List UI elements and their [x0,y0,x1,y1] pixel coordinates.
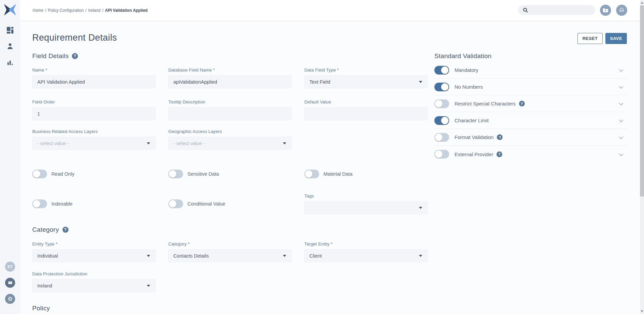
save-button[interactable]: SAVE [605,33,627,44]
folder-plus-icon [602,7,609,13]
material-data-toggle[interactable] [304,170,319,178]
search-icon [523,7,528,13]
dropdown-caret-icon [283,142,286,144]
breadcrumb-policy-configuration[interactable]: Policy Configuration [48,8,84,13]
mandatory-toggle[interactable] [434,66,449,75]
restrict-special-characters-help-icon[interactable]: ? [519,101,525,106]
standard-validation-header: Standard Validation [434,52,491,60]
tags-select[interactable] [304,201,428,214]
indexable-toggle[interactable] [32,199,47,208]
sidebar-bottom: ET ⚙ [0,262,20,304]
user-avatar[interactable]: ET [5,262,15,272]
field-geographic-access-layers: Geographic Access Layers - select value … [168,129,292,150]
vertical-scrollbar[interactable] [640,0,644,314]
docs-book-icon[interactable] [5,278,15,288]
name-input[interactable] [32,75,156,88]
validation-row-character-limit: Character Limit [434,112,628,129]
global-search [518,5,595,15]
policy-header: Policy [32,305,50,312]
external-provider-help-icon[interactable]: ? [497,151,502,157]
field-details-help-icon[interactable]: ? [72,53,78,59]
settings-gear-icon[interactable]: ⚙ [5,294,15,304]
breadcrumb-home[interactable]: Home [33,8,43,13]
dropdown-caret-icon [419,207,422,209]
target-entity-label: Target Entity * [304,241,428,246]
scroll-up-arrow-icon[interactable] [641,2,643,4]
category-select[interactable]: Contacts Details [168,249,292,262]
data-protection-jurisdiction-select[interactable]: Ireland [32,279,156,292]
dropdown-caret-icon [147,255,150,257]
validation-row-no-numbers: No Numbers [434,79,628,95]
scrollbar-thumb[interactable] [640,5,644,196]
dashboard-icon[interactable] [7,27,13,34]
format-validation-help-icon[interactable]: ? [497,134,503,140]
validation-row-mandatory: Mandatory [434,62,628,79]
breadcrumb-current: API Validation Applied [105,8,147,13]
field-database-field-name: Database Field Name * [168,68,292,88]
chevron-down-icon[interactable] [619,84,624,89]
app-logo-icon[interactable] [3,3,17,16]
field-order-input[interactable] [32,107,156,120]
breadcrumb-ireland[interactable]: Ireland [88,8,100,13]
sensitive-data-toggle[interactable] [168,170,183,178]
tooltip-description-label: Tooltip Description [168,99,292,104]
users-icon[interactable] [7,43,13,50]
data-field-type-label: Data Field Type * [304,68,428,73]
dropdown-caret-icon [147,142,150,144]
reports-chart-icon[interactable] [7,59,13,66]
geographic-access-layers-select[interactable]: - select value - [168,137,292,150]
field-details-header: Field Details ? [32,52,78,60]
tags-label: Tags [304,193,428,198]
no-numbers-toggle[interactable] [434,83,449,91]
entity-type-label: Entity Type * [32,241,156,246]
restrict-special-characters-toggle[interactable] [434,99,449,108]
data-protection-jurisdiction-label: Data Protection Jurisdiction [32,271,156,276]
field-tooltip-description: Tooltip Description [168,99,292,120]
chevron-down-icon[interactable] [619,151,624,156]
read-only-toggle[interactable] [32,170,47,178]
target-entity-select[interactable]: Client [304,249,428,262]
field-tags: Tags [304,193,428,214]
format-validation-toggle[interactable] [434,133,449,142]
conditional-value-label: Conditional Value [187,201,225,207]
conditional-value-row: Conditional Value [168,199,225,208]
validation-row-restrict-special-characters: Restrict Special Characters ? [434,95,628,112]
main-content: Requirement Details RESET SAVE Field Det… [20,20,640,314]
sensitive-data-label: Sensitive Data [187,171,219,177]
scroll-down-arrow-icon[interactable] [641,310,643,312]
chevron-down-icon[interactable] [619,68,624,72]
sensitive-data-row: Sensitive Data [168,170,219,178]
tooltip-description-input[interactable] [168,107,292,120]
data-field-type-select[interactable]: Text Field [304,75,428,88]
search-input[interactable] [531,8,588,13]
indexable-row: Indexable [32,199,73,208]
chevron-down-icon[interactable] [619,101,624,105]
category-label: Category * [168,241,292,246]
validation-row-external-provider: External Provider ? [434,146,628,163]
topbar: Home / Policy Configuration / Ireland / … [20,0,640,20]
field-data-protection-jurisdiction: Data Protection Jurisdiction Ireland [32,271,156,292]
sidebar: ET ⚙ [0,0,20,314]
field-entity-type: Entity Type * Individual [32,241,156,262]
standard-validation-panel: Mandatory No Numbers Restrict Special Ch… [434,62,628,163]
database-field-name-input[interactable] [168,75,292,88]
category-help-icon[interactable]: ? [62,227,69,233]
entity-type-select[interactable]: Individual [32,249,156,262]
field-target-entity: Target Entity * Client [304,241,428,262]
indexable-label: Indexable [51,201,73,207]
dropdown-caret-icon [419,81,422,83]
field-name: Name * [32,68,156,88]
material-data-label: Material Data [324,171,352,177]
conditional-value-toggle[interactable] [168,199,183,208]
external-provider-toggle[interactable] [434,150,449,159]
read-only-label: Read Only [51,171,75,177]
character-limit-toggle[interactable] [434,116,449,125]
add-folder-button[interactable] [600,5,611,16]
chevron-down-icon[interactable] [619,118,624,122]
notifications-button[interactable] [616,5,627,16]
chevron-down-icon[interactable] [619,135,624,139]
default-value-input[interactable] [304,107,428,120]
material-data-row: Material Data [304,170,352,178]
reset-button[interactable]: RESET [577,33,603,44]
business-access-layers-select[interactable]: - select value - [32,137,156,150]
